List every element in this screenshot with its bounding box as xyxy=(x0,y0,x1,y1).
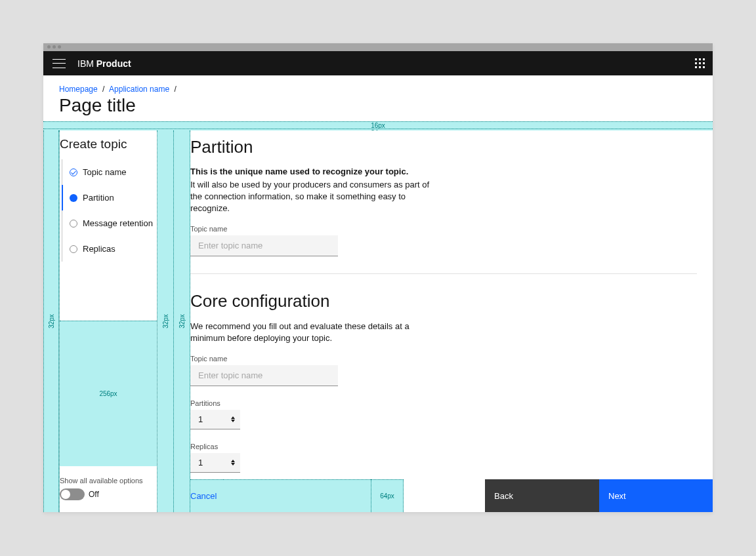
replicas-stepper[interactable]: 1 xyxy=(190,453,240,473)
window-frame: IBM Product Homepage / Application name … xyxy=(43,43,713,512)
toggle-state-text: Off xyxy=(89,490,99,499)
topic-name-input[interactable] xyxy=(190,235,338,256)
main-content: 32px Create topic Topic name Partition M… xyxy=(43,130,713,512)
traffic-light-min[interactable] xyxy=(52,45,56,49)
section-title-core: Core configuration xyxy=(190,291,713,311)
step-label: Replicas xyxy=(83,244,116,254)
circle-icon xyxy=(70,245,77,253)
dot-filled-icon xyxy=(70,194,77,202)
topic-name-input-2[interactable] xyxy=(190,365,338,386)
section2-body: We recommend you fill out and evaluate t… xyxy=(190,321,440,344)
toggle-label: Show all available options xyxy=(60,477,157,485)
wizard-footer: Cancel 64px Back Next xyxy=(190,479,713,512)
app-switcher-icon[interactable] xyxy=(695,58,705,68)
spec-col-mid1-32px: 32px xyxy=(158,130,174,512)
macos-titlebar xyxy=(43,43,713,51)
stepper-arrows[interactable] xyxy=(231,460,235,466)
section-lead: This is the unique name used to recogniz… xyxy=(190,167,440,176)
traffic-light-close[interactable] xyxy=(47,45,51,49)
replicas-value: 1 xyxy=(198,458,203,467)
step-list: Topic name Partition Message retention R… xyxy=(62,159,157,262)
checkmark-icon xyxy=(70,169,77,176)
breadcrumb-area: Homepage / Application name / Page title xyxy=(43,75,713,121)
step-label: Message retention xyxy=(83,218,153,228)
sidebar-title: Create topic xyxy=(60,137,157,151)
step-message-retention[interactable]: Message retention xyxy=(62,210,157,236)
step-replicas[interactable]: Replicas xyxy=(62,236,157,262)
back-button[interactable]: Back xyxy=(485,479,599,512)
step-partition[interactable]: Partition xyxy=(62,185,157,210)
breadcrumb: Homepage / Application name / xyxy=(59,85,697,94)
brand-label: IBM Product xyxy=(77,58,131,69)
traffic-light-max[interactable] xyxy=(58,45,61,49)
footer-spacer xyxy=(223,479,371,512)
breadcrumb-link-home[interactable]: Homepage xyxy=(59,85,98,94)
page-title: Page title xyxy=(59,95,697,116)
menu-icon[interactable] xyxy=(52,59,66,68)
replicas-label: Replicas xyxy=(190,443,713,450)
breadcrumb-link-app[interactable]: Application name xyxy=(109,85,169,94)
step-label: Partition xyxy=(83,193,114,203)
spec-sidebar-width: 256px xyxy=(60,321,157,466)
circle-icon xyxy=(70,220,77,228)
spec-annotation-16px: 16px xyxy=(43,121,713,129)
step-label: Topic name xyxy=(83,167,126,177)
spec-footer-64px: 64px xyxy=(371,479,404,512)
section-body: It will also be used by your producers a… xyxy=(190,179,440,214)
spec-col-mid2-32px: 32px xyxy=(174,130,190,512)
partitions-label: Partitions xyxy=(190,399,713,407)
section-title-partition: Partition xyxy=(190,137,713,157)
sidebar-toggle-area: Show all available options Off xyxy=(60,477,157,500)
cancel-button[interactable]: Cancel xyxy=(190,479,223,512)
wizard-content: Partition This is the unique name used t… xyxy=(190,130,713,512)
partitions-stepper[interactable]: 1 xyxy=(190,410,240,429)
topic-name-label: Topic name xyxy=(190,225,713,233)
footer-ghost xyxy=(404,479,485,512)
stepper-arrows[interactable] xyxy=(231,416,235,422)
toggle-switch[interactable]: Off xyxy=(60,488,157,500)
step-topic-name[interactable]: Topic name xyxy=(62,159,157,185)
wizard-sidebar: Create topic Topic name Partition Messag… xyxy=(59,130,158,512)
topic-name-label-2: Topic name xyxy=(190,355,713,363)
divider xyxy=(190,273,697,274)
partitions-value: 1 xyxy=(198,414,203,424)
next-button[interactable]: Next xyxy=(599,479,713,512)
spec-col-left-32px: 32px xyxy=(43,130,59,512)
app-header: IBM Product xyxy=(43,51,713,75)
